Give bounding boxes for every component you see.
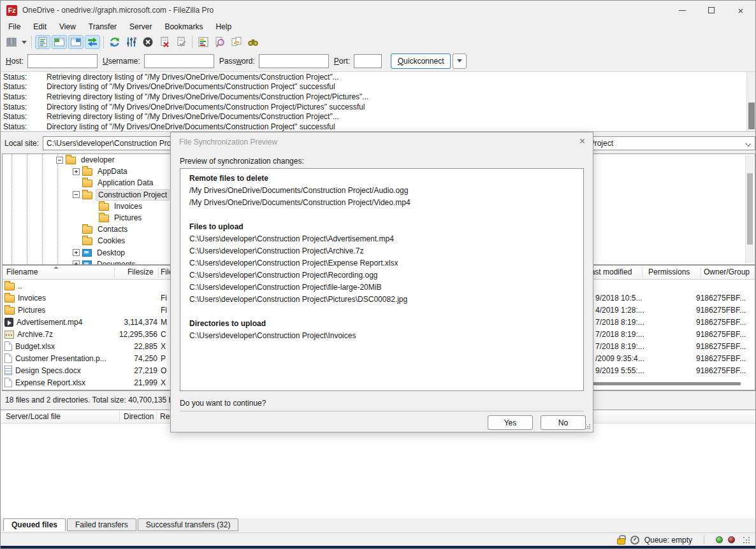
- file-type: X: [161, 342, 166, 351]
- statusbar-separator: [704, 535, 704, 545]
- last-modified: 7/2018 8:19:...: [595, 342, 644, 351]
- column-owner-group[interactable]: Owner/Group: [704, 267, 750, 276]
- remote-tree-scrollbar[interactable]: [745, 155, 753, 263]
- dialog-title-bar[interactable]: File Synchronization Preview ×: [171, 132, 593, 152]
- find-files-button[interactable]: [212, 35, 228, 49]
- file-type: X: [161, 378, 166, 387]
- taskbar-edge: [1, 546, 755, 549]
- site-manager-button[interactable]: [4, 35, 19, 49]
- no-button[interactable]: No: [541, 415, 586, 430]
- menu-transfer[interactable]: Transfer: [82, 21, 123, 32]
- tree-label: Application Data: [96, 178, 155, 188]
- upload-directory-item: C:\Users\developer\Construction Project\…: [189, 330, 583, 342]
- column-divider[interactable]: [114, 267, 115, 278]
- dialog-close-icon[interactable]: ×: [579, 136, 585, 147]
- folder-icon: [66, 157, 76, 164]
- close-button[interactable]: ×: [726, 1, 755, 20]
- speed-limit-icon[interactable]: [630, 536, 639, 545]
- window-resize-grip[interactable]: [743, 536, 750, 544]
- close-icon: ×: [738, 6, 744, 15]
- filter-button[interactable]: [124, 35, 139, 49]
- column-filename[interactable]: Filename: [6, 267, 38, 276]
- dialog-question: Do you want to continue?: [180, 399, 266, 408]
- log-entry: Status:Retrieving directory listing of "…: [1, 72, 755, 82]
- title-bar: Fz OneDrive - onedrive://graph.microsoft…: [1, 1, 755, 20]
- minimize-button[interactable]: [667, 1, 697, 20]
- quickconnect-dropdown[interactable]: [453, 53, 467, 69]
- directory-comparison-button[interactable]: [196, 35, 211, 49]
- log-label: Status:: [1, 112, 47, 121]
- expand-icon[interactable]: [73, 260, 80, 265]
- column-filesize[interactable]: Filesize: [127, 267, 154, 276]
- site-manager-icon: [6, 36, 17, 48]
- file-size: 22,885: [100, 342, 157, 351]
- yes-button[interactable]: Yes: [488, 415, 533, 430]
- log-message: Retrieving directory listing of "/My Dri…: [47, 92, 368, 101]
- menu-edit[interactable]: Edit: [27, 21, 53, 32]
- file-type: O: [161, 366, 166, 375]
- disconnect-button[interactable]: [157, 35, 172, 49]
- local-summary-text: 18 files and 2 directories. Total size: …: [5, 396, 187, 404]
- remote-delete-item: /My Drives/OneDrive/Documents/Constructi…: [189, 197, 583, 209]
- red-indicator-icon: [728, 536, 735, 543]
- menu-file[interactable]: File: [2, 21, 27, 32]
- collapse-icon[interactable]: [56, 157, 63, 164]
- folder-icon: [99, 203, 109, 211]
- collapse-icon[interactable]: [73, 191, 80, 198]
- remote-tree-scrollbar-thumb[interactable]: [747, 173, 753, 245]
- local-site-label: Local site:: [2, 139, 43, 148]
- remote-delete-item: /My Drives/OneDrive/Documents/Constructi…: [189, 185, 583, 197]
- dialog-resize-grip[interactable]: [585, 424, 592, 431]
- tree-label: Invoices: [112, 201, 144, 211]
- cancel-button[interactable]: [140, 35, 156, 49]
- sync-changes-list[interactable]: Remote files to delete /My Drives/OneDri…: [180, 168, 584, 391]
- toggle-message-log-button[interactable]: [35, 35, 50, 49]
- column-divider[interactable]: [156, 411, 157, 422]
- window-controls: ×: [667, 1, 755, 20]
- column-permissions[interactable]: Permissions: [648, 267, 690, 276]
- column-direction[interactable]: Direction: [124, 412, 154, 421]
- queue-status-text: Queue: empty: [644, 536, 692, 545]
- menu-view[interactable]: View: [53, 21, 82, 32]
- column-server-local-file[interactable]: Server/Local file: [6, 412, 61, 421]
- password-input[interactable]: [259, 54, 329, 68]
- quickconnect-button[interactable]: Quickconnect: [391, 53, 451, 69]
- file-icon: [4, 341, 12, 351]
- toggle-remote-tree-button[interactable]: [68, 35, 84, 49]
- expand-icon[interactable]: [73, 168, 80, 175]
- tab-successful-transfers[interactable]: Successful transfers (32): [138, 518, 239, 531]
- site-manager-dropdown[interactable]: [20, 35, 29, 49]
- log-scrollbar[interactable]: [746, 72, 755, 132]
- tab-queued-files[interactable]: Queued files: [3, 518, 66, 531]
- column-divider[interactable]: [119, 411, 120, 422]
- username-input[interactable]: [144, 54, 214, 68]
- document-file-icon: [4, 366, 12, 375]
- menu-server[interactable]: Server: [123, 21, 158, 32]
- host-input[interactable]: [27, 54, 98, 68]
- synchronized-browsing-button[interactable]: [229, 35, 244, 49]
- synchronized-browsing-icon: [231, 36, 242, 48]
- file-icon: [4, 353, 12, 363]
- refresh-button[interactable]: [107, 35, 122, 49]
- column-divider[interactable]: [158, 267, 159, 278]
- file-size: 27,219: [100, 366, 157, 375]
- log-scrollbar-thumb[interactable]: [748, 103, 755, 129]
- column-divider[interactable]: [642, 267, 643, 278]
- reconnect-button[interactable]: [173, 35, 189, 49]
- expand-icon[interactable]: [73, 249, 80, 256]
- search-button[interactable]: [245, 35, 261, 49]
- column-divider[interactable]: [701, 267, 701, 278]
- sort-ascending-icon: [54, 266, 59, 269]
- log-entry: Status:Directory listing of "/My Drives/…: [1, 82, 755, 92]
- status-bar: Queue: empty: [1, 532, 755, 546]
- port-input[interactable]: [354, 54, 382, 68]
- menu-help[interactable]: Help: [209, 21, 238, 32]
- lock-icon[interactable]: [617, 538, 625, 545]
- tab-failed-transfers[interactable]: Failed transfers: [67, 518, 136, 531]
- file-name: Advertisement.mp4: [17, 318, 82, 327]
- toggle-transfer-queue-button[interactable]: [85, 35, 100, 49]
- maximize-button[interactable]: [697, 1, 726, 20]
- file-type: P: [161, 354, 166, 363]
- menu-bookmarks[interactable]: Bookmarks: [158, 21, 209, 32]
- toggle-local-tree-button[interactable]: [52, 35, 67, 49]
